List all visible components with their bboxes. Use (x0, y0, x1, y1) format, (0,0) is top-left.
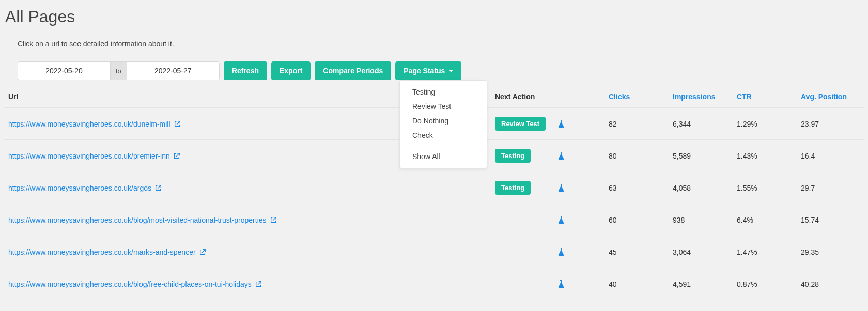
cell-flask (557, 279, 609, 289)
cell-ctr: 1.55% (737, 184, 801, 192)
table-row: https://www.moneysavingheroes.co.uk/blog… (4, 300, 864, 311)
cell-impressions: 938 (673, 216, 737, 224)
cell-ctr: 1.47% (737, 248, 801, 256)
date-range: to (18, 61, 220, 80)
dropdown-item-review-test[interactable]: Review Test (400, 99, 487, 114)
cell-impressions: 6,344 (673, 120, 737, 128)
dropdown-item-do-nothing[interactable]: Do Nothing (400, 114, 487, 128)
cell-avg-position: 16.4 (801, 152, 858, 160)
cell-next-action: Testing (495, 149, 557, 163)
controls-bar: to Refresh Export Compare Periods Page S… (0, 52, 868, 80)
page-status-label: Page Status (404, 67, 445, 75)
external-link-icon[interactable] (154, 184, 162, 192)
cell-avg-position: 29.35 (801, 248, 858, 256)
url-link[interactable]: https://www.moneysavingheroes.co.uk/blog… (8, 216, 267, 224)
dropdown-divider (400, 146, 487, 146)
cell-clicks: 80 (609, 152, 673, 160)
flask-icon[interactable] (557, 183, 565, 193)
external-link-icon[interactable] (199, 248, 206, 256)
cell-avg-position: 23.97 (801, 120, 858, 128)
cell-clicks: 45 (609, 248, 673, 256)
cell-flask (557, 215, 609, 225)
external-link-icon[interactable] (255, 281, 262, 288)
flask-icon[interactable] (557, 215, 565, 225)
table-row: https://www.moneysavingheroes.co.uk/blog… (4, 268, 864, 300)
col-ctr[interactable]: CTR (737, 92, 801, 101)
page-status-dropdown: Testing Review Test Do Nothing Check Sho… (399, 80, 487, 168)
dropdown-item-check[interactable]: Check (400, 128, 487, 143)
dropdown-item-testing[interactable]: Testing (400, 85, 487, 99)
cell-impressions: 4,591 (673, 280, 737, 288)
caret-down-icon (449, 70, 453, 72)
cell-ctr: 1.29% (737, 120, 801, 128)
date-to-input[interactable] (127, 62, 219, 80)
cell-clicks: 82 (609, 120, 673, 128)
col-next-action: Next Action (495, 92, 557, 101)
cell-url: https://www.moneysavingheroes.co.uk/mark… (4, 248, 495, 256)
cell-url: https://www.moneysavingheroes.co.uk/argo… (4, 184, 495, 192)
cell-next-action: Review Test (495, 117, 557, 131)
cell-avg-position: 15.74 (801, 216, 858, 224)
page-title: All Pages (0, 0, 868, 29)
cell-flask (557, 183, 609, 193)
cell-clicks: 63 (609, 184, 673, 192)
cell-ctr: 0.87% (737, 280, 801, 288)
date-separator: to (110, 62, 127, 80)
flask-icon[interactable] (557, 119, 565, 129)
external-link-icon[interactable] (270, 216, 277, 224)
col-avg-position[interactable]: Avg. Position (801, 92, 858, 101)
table-row: https://www.moneysavingheroes.co.uk/argo… (4, 172, 864, 204)
col-impressions[interactable]: Impressions (673, 92, 737, 101)
date-from-input[interactable] (18, 62, 110, 80)
page-hint: Click on a url to see detailed informati… (0, 29, 868, 52)
refresh-button[interactable]: Refresh (224, 61, 267, 80)
cell-clicks: 60 (609, 216, 673, 224)
cell-url: https://www.moneysavingheroes.co.uk/blog… (4, 216, 495, 224)
next-action-badge[interactable]: Testing (495, 181, 531, 195)
flask-icon[interactable] (557, 151, 565, 161)
col-clicks[interactable]: Clicks (609, 92, 673, 101)
dropdown-item-show-all[interactable]: Show All (400, 149, 487, 164)
flask-icon[interactable] (557, 279, 565, 289)
cell-flask (557, 247, 609, 257)
cell-avg-position: 29.7 (801, 184, 858, 192)
table-row: https://www.moneysavingheroes.co.uk/mark… (4, 236, 864, 268)
cell-impressions: 5,589 (673, 152, 737, 160)
url-link[interactable]: https://www.moneysavingheroes.co.uk/prem… (8, 152, 170, 160)
cell-ctr: 6.4% (737, 216, 801, 224)
cell-ctr: 1.43% (737, 152, 801, 160)
url-link[interactable]: https://www.moneysavingheroes.co.uk/argo… (8, 184, 151, 192)
next-action-badge[interactable]: Review Test (495, 117, 546, 131)
cell-url: https://www.moneysavingheroes.co.uk/blog… (4, 280, 495, 288)
cell-next-action: Testing (495, 181, 557, 195)
page-status-button[interactable]: Page Status (395, 61, 461, 80)
flask-icon[interactable] (557, 247, 565, 257)
external-link-icon[interactable] (174, 120, 181, 128)
url-link[interactable]: https://www.moneysavingheroes.co.uk/mark… (8, 248, 196, 256)
next-action-badge[interactable]: Testing (495, 149, 531, 163)
cell-avg-position: 40.28 (801, 280, 858, 288)
external-link-icon[interactable] (173, 152, 180, 160)
url-link[interactable]: https://www.moneysavingheroes.co.uk/blog… (8, 280, 252, 288)
cell-flask (557, 119, 609, 129)
export-button[interactable]: Export (271, 61, 311, 80)
url-link[interactable]: https://www.moneysavingheroes.co.uk/dune… (8, 120, 171, 128)
compare-periods-button[interactable]: Compare Periods (315, 61, 391, 80)
cell-impressions: 3,064 (673, 248, 737, 256)
table-row: https://www.moneysavingheroes.co.uk/blog… (4, 204, 864, 236)
cell-flask (557, 151, 609, 161)
cell-clicks: 40 (609, 280, 673, 288)
cell-impressions: 4,058 (673, 184, 737, 192)
